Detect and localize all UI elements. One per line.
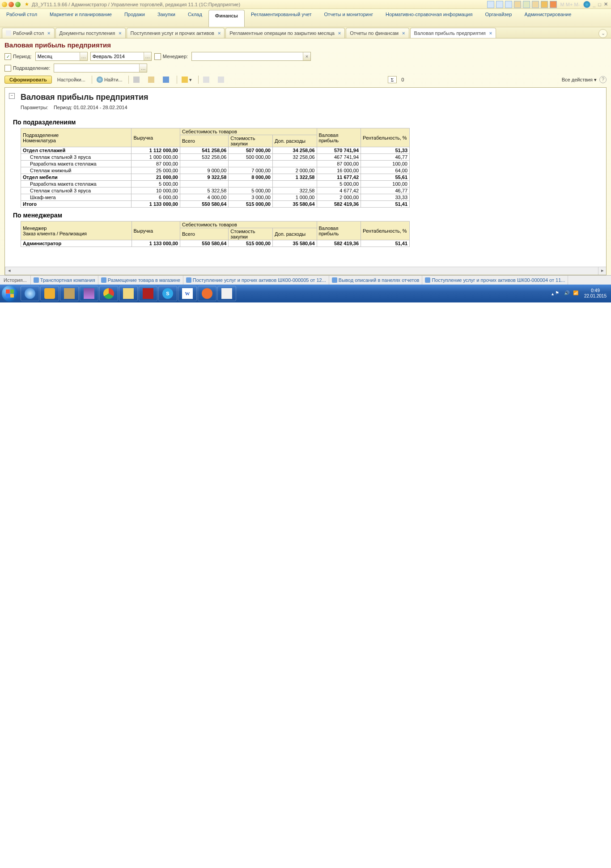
taskbar-media[interactable] bbox=[198, 286, 216, 301]
history-link[interactable]: Транспортная компания bbox=[31, 276, 98, 285]
action-center-icon[interactable]: ⚑ bbox=[555, 290, 561, 297]
table-row[interactable]: Стеллаж книжный25 000,009 000,007 000,00… bbox=[21, 167, 410, 174]
toolbar-icon[interactable] bbox=[505, 1, 512, 8]
taskbar-explorer[interactable] bbox=[119, 286, 138, 301]
taskbar-word[interactable]: W bbox=[178, 286, 197, 301]
toolbar-icon[interactable] bbox=[496, 1, 503, 8]
help-button[interactable]: ⌄ bbox=[598, 29, 607, 38]
table-row[interactable]: Администратор1 133 000,00550 580,64515 0… bbox=[21, 240, 410, 247]
dropdown-icon[interactable]: … bbox=[139, 64, 147, 72]
calculator-icon[interactable] bbox=[541, 1, 548, 8]
table-row[interactable]: Шкаф-мега6 000,004 000,003 000,001 000,0… bbox=[21, 194, 410, 201]
period-type-input[interactable] bbox=[36, 53, 80, 60]
close-icon[interactable]: × bbox=[338, 30, 341, 36]
find-button[interactable]: Найти... bbox=[94, 76, 125, 84]
manager-input[interactable] bbox=[192, 53, 303, 60]
scroll-left-button[interactable]: ◂ bbox=[5, 267, 13, 275]
history-link[interactable]: Поступление услуг и прочих активов ШК00-… bbox=[422, 276, 568, 285]
history-button[interactable]: История... bbox=[0, 276, 31, 285]
favorites-icon[interactable]: ★ bbox=[25, 1, 29, 7]
settings-button[interactable]: Настройки... bbox=[55, 76, 88, 83]
toolbar-icon[interactable] bbox=[532, 1, 539, 8]
table-row[interactable]: Стеллаж стальной 3 яруса1 000 000,00532 … bbox=[21, 154, 410, 161]
menu-marketing[interactable]: Маркетинг и планирование bbox=[43, 9, 118, 27]
sum-button[interactable]: Σ bbox=[388, 76, 397, 83]
variant-button2[interactable] bbox=[215, 76, 228, 84]
division-checkbox[interactable]: ✓ bbox=[4, 65, 11, 72]
menu-warehouse[interactable]: Склад bbox=[182, 9, 208, 27]
tab-services[interactable]: Поступления услуг и прочих активов× bbox=[127, 28, 225, 38]
table-row[interactable]: Отдел стеллажей1 112 000,00541 258,06507… bbox=[21, 147, 410, 154]
toolbar-icon[interactable] bbox=[523, 1, 530, 8]
period-type-combo[interactable]: … bbox=[35, 52, 88, 61]
menu-reports[interactable]: Отчеты и мониторинг bbox=[318, 9, 380, 27]
taskbar-ie[interactable] bbox=[21, 286, 39, 301]
manager-combo[interactable]: × bbox=[191, 52, 311, 61]
collapse-toggle[interactable]: − bbox=[9, 93, 15, 99]
tab-gross-profit[interactable]: Валовая прибыль предприятия× bbox=[410, 28, 496, 38]
taskbar-app[interactable] bbox=[60, 286, 79, 301]
dropdown-icon[interactable]: … bbox=[80, 52, 87, 60]
maximize-button[interactable]: □ bbox=[598, 2, 601, 7]
email-button[interactable]: ▾ bbox=[179, 76, 195, 84]
taskbar-skype[interactable]: S bbox=[158, 286, 177, 301]
period-value-input[interactable] bbox=[91, 53, 144, 60]
export-button[interactable] bbox=[145, 76, 158, 84]
menu-admin[interactable]: Администрирование bbox=[518, 9, 577, 27]
save-button[interactable] bbox=[160, 76, 173, 84]
form-help-button[interactable]: ? bbox=[599, 76, 607, 83]
all-actions-button[interactable]: Все действия ▾ bbox=[562, 77, 597, 83]
clear-icon[interactable]: × bbox=[303, 52, 310, 60]
tab-closing[interactable]: Регламентные операции по закрытию месяца… bbox=[225, 28, 345, 38]
table-row[interactable]: Разработка макета стеллажа5 000,005 000,… bbox=[21, 181, 410, 187]
start-button[interactable] bbox=[2, 285, 18, 302]
close-button[interactable]: ✕ bbox=[604, 1, 608, 7]
manager-checkbox[interactable]: ✓ bbox=[154, 53, 161, 60]
tray-arrow[interactable]: ▴ bbox=[552, 291, 554, 296]
scroll-right-button[interactable]: ▸ bbox=[598, 267, 606, 275]
menu-finance[interactable]: Финансы bbox=[208, 10, 245, 27]
taskbar-1c[interactable] bbox=[40, 286, 59, 301]
menu-accounting[interactable]: Регламентированный учет bbox=[245, 9, 318, 27]
history-link[interactable]: Размещение товара в магазине bbox=[98, 276, 183, 285]
taskbar-chrome[interactable] bbox=[99, 286, 118, 301]
menu-sales[interactable]: Продажи bbox=[118, 9, 151, 27]
taskbar-acrobat[interactable] bbox=[139, 286, 157, 301]
table-row[interactable]: Итого1 133 000,00550 580,64515 000,0035 … bbox=[21, 201, 410, 208]
toolbar-icon[interactable] bbox=[487, 1, 494, 8]
close-icon[interactable]: × bbox=[218, 30, 221, 36]
menu-desktop[interactable]: Рабочий стол bbox=[0, 9, 43, 27]
close-icon[interactable]: × bbox=[119, 30, 121, 36]
history-link[interactable]: Поступление услуг и прочих активов ШК00-… bbox=[183, 276, 329, 285]
menu-purchases[interactable]: Закупки bbox=[151, 9, 182, 27]
menu-reference[interactable]: Нормативно-справочная информация bbox=[379, 9, 479, 27]
toolbar-icon[interactable] bbox=[514, 1, 521, 8]
volume-icon[interactable]: 🔊 bbox=[564, 290, 570, 297]
table-row[interactable]: Отдел мебели21 000,009 322,588 000,001 3… bbox=[21, 174, 410, 181]
period-value-combo[interactable]: … bbox=[90, 52, 152, 61]
menu-organizer[interactable]: Органайзер bbox=[479, 9, 518, 27]
taskbar-paint[interactable] bbox=[217, 286, 236, 301]
tab-documents[interactable]: Документы поступления× bbox=[55, 28, 126, 38]
generate-button[interactable]: Сформировать bbox=[4, 76, 52, 84]
table-row[interactable]: Разработка макета стеллажа87 000,0087 00… bbox=[21, 161, 410, 167]
history-link[interactable]: Вывод описаний в панелях отчетов bbox=[329, 276, 423, 285]
tab-finance-reports[interactable]: Отчеты по финансам× bbox=[346, 28, 409, 38]
division-combo[interactable]: … bbox=[54, 64, 147, 72]
taskbar-winrar[interactable] bbox=[80, 286, 98, 301]
minimize-button[interactable]: _ bbox=[593, 2, 595, 7]
close-icon[interactable]: × bbox=[402, 30, 405, 36]
network-icon[interactable]: 📶 bbox=[573, 290, 579, 297]
period-checkbox[interactable]: ✓ bbox=[4, 53, 11, 60]
close-icon[interactable]: × bbox=[47, 30, 50, 36]
tab-desktop[interactable]: Рабочий стол× bbox=[2, 28, 55, 38]
table-row[interactable]: Стеллаж стальной 3 яруса10 000,005 322,5… bbox=[21, 187, 410, 194]
info-icon[interactable] bbox=[583, 1, 590, 8]
clock[interactable]: 0:49 22.01.2015 bbox=[584, 288, 607, 299]
print-button[interactable] bbox=[131, 76, 144, 84]
dropdown-icon[interactable]: … bbox=[144, 52, 151, 60]
close-icon[interactable]: × bbox=[489, 30, 492, 36]
calendar-icon[interactable] bbox=[550, 1, 557, 8]
division-input[interactable] bbox=[54, 64, 139, 72]
horizontal-scrollbar[interactable]: ◂ ▸ bbox=[5, 267, 606, 275]
